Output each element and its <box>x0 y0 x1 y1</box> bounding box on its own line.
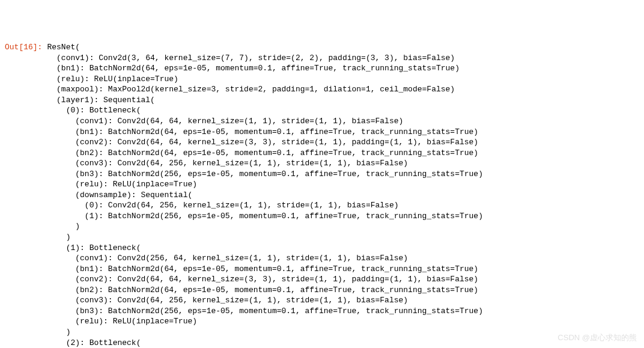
output-content: ResNet( (conv1): Conv2d(3, 64, kernel_si… <box>47 42 644 348</box>
watermark-text: CSDN @虚心求知的熊 <box>557 332 637 343</box>
output-cell: Out[16]: ResNet( (conv1): Conv2d(3, 64, … <box>0 42 644 348</box>
output-prompt: Out[16]: <box>0 42 47 53</box>
